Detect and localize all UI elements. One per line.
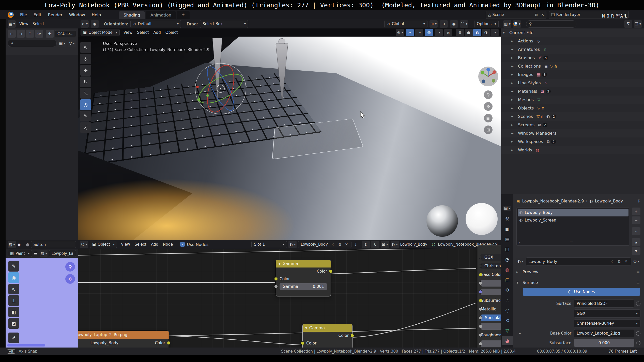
editor-type-dropdown[interactable]: ▦ xyxy=(8,20,16,28)
overlays-toggle[interactable]: ◍ xyxy=(425,29,433,36)
collapse-icon[interactable]: ► xyxy=(511,48,518,51)
add-workspace-button[interactable]: + xyxy=(177,11,190,19)
camera-view-button[interactable]: ▣ xyxy=(484,114,493,122)
snap-magnet-toggle[interactable]: ∪ xyxy=(371,241,379,248)
falloff-dropdown[interactable]: ⌒ xyxy=(460,20,468,28)
principled-input-row[interactable]: Metallic xyxy=(481,306,501,312)
viewport-tool-button[interactable] xyxy=(80,99,91,110)
principled-input-row[interactable]: GGX xyxy=(481,254,501,261)
properties-tab[interactable] xyxy=(502,265,513,274)
up-button[interactable]: ↑ xyxy=(26,30,34,38)
copy-icon[interactable]: ⧉ xyxy=(534,13,539,17)
viewport-canvas[interactable]: User Perspective (174) Scene Collection … xyxy=(78,37,501,240)
display-mode-dropdown[interactable]: ▦ xyxy=(58,40,66,47)
rotate-gizmo[interactable] xyxy=(194,62,247,115)
properties-editor-dropdown[interactable]: ▤ xyxy=(503,206,511,211)
properties-tab[interactable] xyxy=(502,234,513,244)
menu-item[interactable]: Select xyxy=(132,241,149,247)
shading-wireframe-button[interactable]: ⊚ xyxy=(456,29,464,36)
move-slot-down-button[interactable]: ▼ xyxy=(632,247,640,255)
color-output-socket[interactable] xyxy=(167,341,171,345)
base-color-field[interactable]: Lowpoly_Laptop_2.jpg xyxy=(574,329,634,337)
outliner-row[interactable]: ► Brushes 3 xyxy=(501,54,644,62)
slot-dropdown[interactable]: Slot 1 xyxy=(251,241,287,248)
gizmos-toggle[interactable]: ➢ xyxy=(406,29,414,36)
gamma-value-slider[interactable]: Gamma 0.001 xyxy=(280,283,327,290)
brush-name-field[interactable]: Soften xyxy=(31,241,76,248)
perspective-toggle-button[interactable]: ⊞ xyxy=(484,125,493,134)
image-node-header[interactable]: owpoly_Laptop_2_Ro.png xyxy=(78,331,169,339)
viewport-tool-button[interactable] xyxy=(80,88,91,99)
paint-tool-button[interactable] xyxy=(8,333,19,343)
outliner-row[interactable]: ► Images 8 xyxy=(501,70,644,79)
active-material-dropdown[interactable]: ◐ xyxy=(391,241,399,248)
orientation-dropdown[interactable]: ⊿ Default xyxy=(130,20,181,28)
surface-shader-field[interactable]: Principled BSDF xyxy=(574,300,634,308)
properties-tab[interactable] xyxy=(502,306,513,315)
collapse-icon[interactable]: ► xyxy=(511,132,518,135)
gizmo-settings-button[interactable]: ◉ xyxy=(91,20,99,28)
input-socket[interactable] xyxy=(479,299,482,302)
viewport-tool-button[interactable] xyxy=(80,65,91,76)
breadcrumb-material[interactable]: Lowpoly_Body xyxy=(595,199,623,203)
proportional-editing-toggle[interactable]: ◉ xyxy=(450,20,458,28)
outliner-filter-mode-dropdown[interactable] xyxy=(513,20,521,28)
breadcrumb-object[interactable]: Lowpoly_Notebook_Blender-2.9 xyxy=(522,199,584,203)
gamma-node-header[interactable]: ▼ Gamma xyxy=(276,260,331,267)
menu-item[interactable]: File xyxy=(17,12,30,18)
distribution-dropdown[interactable]: GGX xyxy=(574,309,640,318)
outliner-funnel-button[interactable]: ∇ xyxy=(624,20,632,28)
paint-tool-button[interactable] xyxy=(8,318,19,329)
outliner-row[interactable]: ► Line Styles xyxy=(501,79,644,87)
menu-item[interactable]: Select xyxy=(135,29,151,36)
copy-icon[interactable]: ⧉ xyxy=(338,242,342,247)
gizmos-dropdown[interactable] xyxy=(415,29,423,36)
outliner-options-dropdown[interactable]: ❏ xyxy=(634,20,642,28)
menu-item[interactable]: Add xyxy=(151,29,163,36)
color-output-socket[interactable] xyxy=(329,270,332,273)
input-socket[interactable] xyxy=(479,281,482,285)
principled-input-row[interactable]: Subsurfac xyxy=(481,280,501,287)
shader-type-dropdown[interactable]: ▣ Object xyxy=(90,241,117,248)
paint-tool-button[interactable] xyxy=(8,272,19,283)
principled-bsdf-node[interactable]: GGX Christense Base Color Subsur xyxy=(477,245,501,348)
use-nodes-toggle[interactable]: ✓ Use Nodes xyxy=(180,242,208,247)
properties-tab[interactable] xyxy=(502,295,513,305)
input-socket[interactable] xyxy=(479,264,482,268)
input-socket[interactable] xyxy=(479,325,482,328)
unlink-icon[interactable]: ✕ xyxy=(344,242,349,246)
input-socket[interactable] xyxy=(479,342,482,345)
remove-slot-button[interactable]: − xyxy=(632,216,640,224)
outliner-row[interactable]: ► Scenes 2 xyxy=(501,112,644,121)
menu-item[interactable]: Add xyxy=(149,241,161,247)
paint-tool-button[interactable] xyxy=(8,307,19,317)
brush-icon[interactable]: ◆ xyxy=(17,242,21,247)
shading-solid-button[interactable]: ● xyxy=(465,29,473,36)
menu-icon[interactable]: ☰ xyxy=(34,251,37,256)
collapse-icon[interactable]: ► xyxy=(511,56,518,59)
outliner-display-dropdown[interactable]: ▥ xyxy=(503,20,511,28)
overlays-dropdown[interactable] xyxy=(435,29,443,36)
collapse-icon[interactable]: ► xyxy=(511,140,518,143)
properties-tab[interactable] xyxy=(502,275,513,284)
input-socket[interactable] xyxy=(479,273,482,276)
expand-icon[interactable]: ▼ xyxy=(503,31,509,34)
file-list-area[interactable] xyxy=(6,55,78,240)
outliner-row[interactable]: ► Objects xyxy=(501,104,644,112)
use-nodes-button[interactable]: ⬡ Use Nodes xyxy=(523,288,640,296)
pin-icon[interactable]: ↧ xyxy=(637,199,640,203)
input-socket[interactable] xyxy=(479,307,482,311)
menu-item[interactable]: View xyxy=(119,241,132,247)
menu-item[interactable]: Window xyxy=(66,12,88,18)
list-grip[interactable]: ∷∷ xyxy=(569,241,573,244)
collapse-icon[interactable]: ► xyxy=(511,39,518,43)
outliner-row[interactable]: ► Screens 2 xyxy=(501,121,644,129)
principled-input-row[interactable]: Base Color xyxy=(481,271,501,278)
color-input-socket[interactable] xyxy=(301,341,304,345)
gamma-node-2[interactable]: ▼ Gamma Color Color xyxy=(302,324,352,348)
collapse-icon[interactable]: ► xyxy=(511,115,518,118)
outliner-row[interactable]: ► Workspaces 2 xyxy=(501,137,644,146)
move-slot-up-button[interactable]: ▲ xyxy=(632,238,640,246)
input-socket[interactable] xyxy=(479,290,482,294)
outliner-row[interactable]: ► Meshes xyxy=(501,96,644,104)
